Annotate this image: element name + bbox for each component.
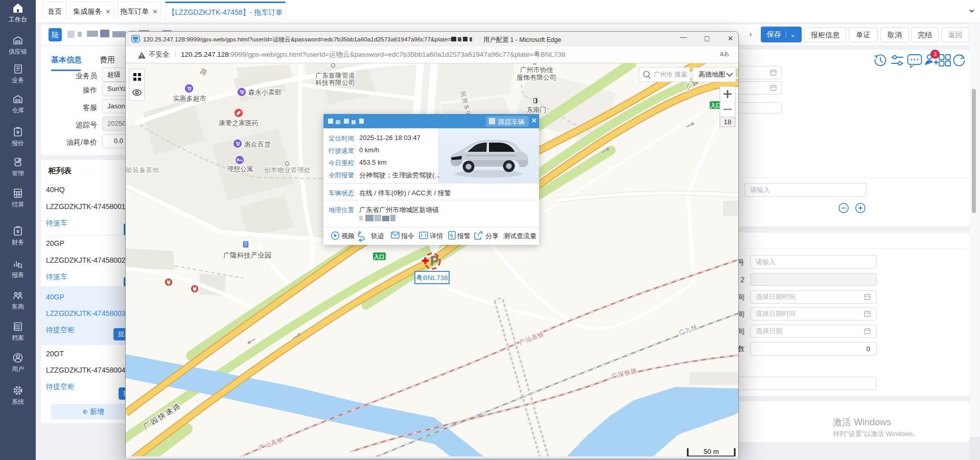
svg-text:路: 路: [199, 67, 208, 77]
svg-text:测试查流量: 测试查流量: [503, 232, 536, 240]
svg-text:广九线: 广九线: [678, 323, 698, 336]
svg-text:科技有限公司: 科技有限公司: [315, 79, 355, 86]
svg-text:广东首隆管道: 广东首隆管道: [315, 72, 355, 79]
svg-text:广深铁路: 广深铁路: [611, 367, 638, 380]
svg-text:理想公寓: 理想公寓: [227, 165, 253, 173]
svg-text:入口: 入口: [374, 254, 385, 260]
svg-text:实惠多超市: 实惠多超市: [173, 95, 206, 102]
svg-text:惠众百货: 惠众百货: [244, 141, 271, 148]
svg-text:广汕高铁: 广汕高铁: [258, 435, 285, 452]
svg-text:轨迹: 轨迹: [371, 232, 384, 240]
svg-text:广州市协佳: 广州市协佳: [520, 66, 553, 74]
svg-text:广汕高铁: 广汕高铁: [518, 330, 546, 347]
svg-text:广州市 搜索: 广州市 搜索: [654, 71, 687, 78]
svg-text:康爱之家医药: 康爱之家医药: [219, 119, 259, 127]
svg-text:报警: 报警: [457, 232, 471, 240]
svg-text:P: P: [430, 254, 439, 268]
svg-text:详情: 详情: [430, 232, 443, 240]
svg-text:森永小卖部: 森永小卖部: [248, 88, 282, 96]
svg-text:入口: 入口: [710, 102, 721, 108]
svg-text:分享: 分享: [485, 232, 499, 240]
svg-text:粤BNL738: 粤BNL738: [416, 274, 448, 282]
svg-text:50 m: 50 m: [704, 448, 719, 455]
svg-text:3: 3: [934, 51, 937, 57]
svg-text:能装备基地: 能装备基地: [126, 166, 159, 174]
svg-text:高德地图: 高德地图: [698, 71, 725, 78]
svg-text:东南门: 东南门: [527, 106, 547, 113]
svg-text:广隆科技产业园: 广隆科技产业园: [223, 251, 272, 259]
svg-text:创丰物业管理处: 创丰物业管理处: [264, 166, 311, 174]
svg-text:视频: 视频: [341, 232, 355, 240]
svg-text:服饰有限公司: 服饰有限公司: [517, 74, 556, 81]
svg-text:18: 18: [724, 118, 731, 126]
